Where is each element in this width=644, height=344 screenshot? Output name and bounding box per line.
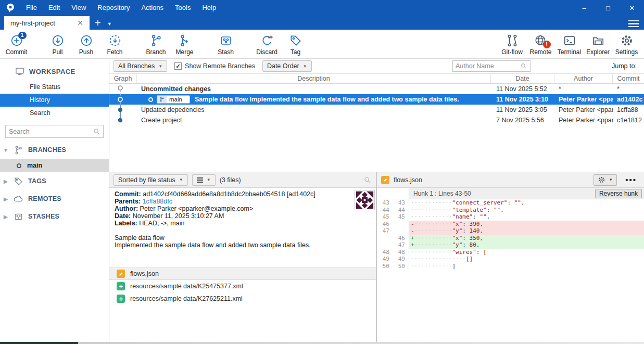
sidebar-item-file-status[interactable]: File Status xyxy=(0,81,109,94)
column-header-description[interactable]: Description xyxy=(137,74,491,83)
sidebar-section-tags[interactable]: ▶TAGS xyxy=(0,172,109,190)
repo-tab[interactable]: my-first-project ✕ xyxy=(4,16,90,30)
chevron-down-icon[interactable]: ▼ xyxy=(0,147,11,153)
parent-commit-link[interactable]: 1cffa88dfc xyxy=(143,198,172,205)
column-header-commit[interactable]: Commit xyxy=(613,74,644,83)
toolbar-button-label: Pull xyxy=(52,48,62,56)
menu-item-tools[interactable]: Tools xyxy=(169,4,196,11)
menu-item-actions[interactable]: Actions xyxy=(135,4,169,11)
settings-icon xyxy=(620,34,634,47)
hamburger-menu-icon[interactable] xyxy=(628,20,639,28)
commit-date-cell: 11 Nov 2025 3:05 xyxy=(491,106,554,113)
sidebar-section-branches[interactable]: ▼BRANCHES xyxy=(0,141,109,159)
code-token: "name" xyxy=(452,213,473,220)
code-token: : [ xyxy=(476,249,487,256)
sidebar-branch-main[interactable]: main xyxy=(0,159,109,172)
menu-item-file[interactable]: File xyxy=(20,4,43,11)
toolbar-discard-button[interactable]: Discard xyxy=(252,33,281,56)
more-options-button[interactable]: ••• xyxy=(622,175,640,184)
code-token: , xyxy=(479,235,483,241)
search-icon xyxy=(93,128,101,136)
toolbar-commit-button[interactable]: 1Commit xyxy=(2,33,31,56)
view-mode-dropdown[interactable]: ▼ xyxy=(192,174,216,186)
toolbar-tag-button[interactable]: Tag xyxy=(281,33,310,56)
toolbar-merge-button[interactable]: Merge xyxy=(170,33,199,56)
toolbar-button-label: Tag xyxy=(291,48,300,56)
code-token: : xyxy=(507,199,514,206)
column-header-author[interactable]: Author xyxy=(554,74,613,83)
file-row[interactable]: flows.json xyxy=(109,267,376,280)
graph-node xyxy=(109,105,137,115)
history-row[interactable]: mainSample data flow Implemented the sam… xyxy=(109,94,644,105)
discard-icon xyxy=(260,34,274,47)
sidebar-item-search[interactable]: Search xyxy=(0,107,109,120)
code-token: , xyxy=(476,241,480,248)
new-tab-button[interactable]: + xyxy=(90,16,106,30)
reverse-hunk-button[interactable]: Reverse hunk xyxy=(595,189,642,198)
terminal-icon xyxy=(563,34,576,47)
branch-node-icon xyxy=(16,163,22,169)
toolbar-terminal-button[interactable]: Terminal xyxy=(555,33,584,56)
commit-detail-panel: Sorted by file status▼ ▼ (3 files) Commi… xyxy=(109,172,377,342)
diff-code: ············"wires": [ xyxy=(409,249,644,256)
close-icon[interactable]: ✕ xyxy=(620,0,644,16)
toolbar-settings-button[interactable]: Settings xyxy=(612,33,641,56)
toolbar-git-flow-button[interactable]: Git-flow xyxy=(498,33,526,56)
date-value: November 11, 2025 3:10:27 AM xyxy=(133,212,224,220)
menu-item-repository[interactable]: Repository xyxy=(92,4,135,11)
new-line-number: 43 xyxy=(393,199,409,207)
sidebar-search-input[interactable] xyxy=(9,128,93,135)
sourcetree-logo-icon xyxy=(5,2,16,14)
order-dropdown[interactable]: Date Order▼ xyxy=(262,60,312,72)
history-row[interactable]: Updated depedencies11 Nov 2025 3:05Peter… xyxy=(109,105,644,115)
sidebar-search-box xyxy=(5,125,104,138)
code-token: : xyxy=(462,241,469,248)
file-row[interactable]: resources/sample data/K27625211.xml xyxy=(109,292,376,305)
diff-options-dropdown[interactable]: ▼ xyxy=(594,174,617,186)
menu-item-help[interactable]: Help xyxy=(196,4,222,11)
maximize-icon[interactable]: □ xyxy=(596,0,620,16)
commit-sha-cell: * xyxy=(613,85,644,93)
new-line-number: 50 xyxy=(393,263,409,270)
toolbar-push-button[interactable]: Push xyxy=(72,33,100,56)
sort-files-dropdown[interactable]: Sorted by file status▼ xyxy=(113,174,188,186)
menu-item-view[interactable]: View xyxy=(66,4,92,11)
hunk-label: Hunk 1 : Lines 43-50 xyxy=(413,190,471,197)
toolbar-remote-button[interactable]: !Remote xyxy=(526,33,555,56)
toolbar-fetch-button[interactable]: Fetch xyxy=(100,33,129,56)
branch-icon xyxy=(11,145,25,155)
toolbar-button-label: Explorer xyxy=(586,48,610,56)
gitflow-icon xyxy=(506,34,519,47)
column-header-date[interactable]: Date xyxy=(491,74,554,83)
toolbar-branch-button[interactable]: Branch xyxy=(142,33,170,56)
sidebar-section-remotes[interactable]: ▶REMOTES xyxy=(0,190,109,208)
diff-line: 4343············"connect_server": "", xyxy=(377,199,644,207)
code-token: : xyxy=(462,235,469,241)
column-header-graph[interactable]: Graph xyxy=(109,74,137,83)
minimize-icon[interactable]: – xyxy=(572,0,596,16)
tab-dropdown-icon[interactable]: ▼ xyxy=(106,21,116,30)
menu-item-edit[interactable]: Edit xyxy=(43,4,66,11)
chevron-right-icon[interactable]: ▶ xyxy=(0,214,11,220)
chevron-right-icon[interactable]: ▶ xyxy=(0,179,11,184)
history-row[interactable]: Create project7 Nov 2025 5:56Peter Parke… xyxy=(109,115,644,125)
sidebar-item-history[interactable]: History xyxy=(0,94,109,107)
author-label: Author: xyxy=(115,205,138,212)
branch-filter-dropdown[interactable]: All Branches▼ xyxy=(113,60,167,72)
history-row[interactable]: Uncommitted changes11 Nov 2025 5:52** xyxy=(109,84,644,94)
toolbar-stash-button[interactable]: Stash xyxy=(211,33,240,56)
sidebar-section-stashes[interactable]: ▶STASHES xyxy=(0,208,109,225)
code-token: : xyxy=(487,207,494,213)
tag-icon xyxy=(289,34,302,47)
toolbar-pull-button[interactable]: Pull xyxy=(43,33,72,56)
toolbar-explorer-button[interactable]: Explorer xyxy=(584,33,612,56)
author-search-input[interactable] xyxy=(456,62,520,70)
search-icon[interactable] xyxy=(363,176,372,184)
show-remote-checkbox[interactable]: ✓ xyxy=(174,62,182,70)
tab-close-icon[interactable]: ✕ xyxy=(75,19,85,27)
code-token: "y" xyxy=(452,241,462,248)
chevron-right-icon[interactable]: ▶ xyxy=(0,196,11,202)
file-row[interactable]: resources/sample data/K25475377.xml xyxy=(109,280,376,292)
commit-message-text: Create project xyxy=(141,117,182,124)
code-token: , xyxy=(479,227,483,234)
